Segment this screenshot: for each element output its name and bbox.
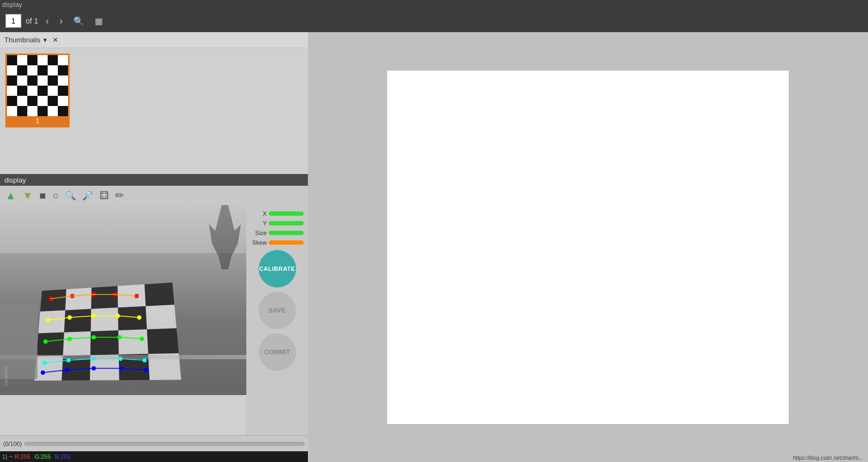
calibration-panel: X Y Size Skew CAL [246, 205, 308, 435]
thumbnail-item[interactable]: 1 [5, 54, 70, 127]
page-number-input[interactable] [5, 14, 21, 28]
camera-window-area [0, 205, 246, 253]
display-title-text: display [4, 176, 26, 184]
grid-button[interactable]: ▦ [92, 15, 106, 27]
right-panel [308, 32, 868, 462]
calibration-bars: X Y Size Skew [251, 210, 304, 246]
search-button[interactable]: 🔍 [70, 15, 87, 27]
r-label: R: [14, 453, 20, 460]
thumbnails-bar: Thumbnails ▾ ✕ [0, 32, 308, 48]
calibrate-button[interactable]: CALIBRATE [259, 250, 296, 287]
y-label: Y [251, 220, 267, 226]
save-button[interactable]: SAVE [259, 292, 296, 329]
left-panel: Thumbnails ▾ ✕ 1 display ▲ ▼ ■ ○ 🔍 🔎 ⚃ ✏ [0, 32, 308, 462]
x-bar [269, 211, 304, 216]
rgb-status: 1) ~ R: 255 G: 255 B: 255 [0, 451, 308, 462]
checkerboard-display [387, 71, 789, 424]
url-bar: https://blog.csdn.net/zhanhl... [793, 455, 863, 461]
thumbnail-chess-preview [7, 55, 68, 116]
skew-bar-row: Skew [251, 239, 304, 246]
thumbnail-container: 1 [0, 48, 308, 174]
size-bar [269, 231, 304, 235]
thumbnails-chevron[interactable]: ▾ [43, 36, 47, 44]
progress-text: (0/100) [3, 441, 22, 447]
page-of-label: of 1 [26, 17, 38, 25]
progress-bar[interactable] [24, 442, 305, 446]
rgb-prefix: 1) ~ [2, 453, 12, 460]
camera-view-container: CALIBRATE X Y Size [0, 205, 308, 435]
camera-chess-grid [34, 283, 181, 381]
skew-bar [269, 240, 304, 245]
x-bar-row: X [251, 210, 304, 217]
link-button[interactable]: ⚃ [97, 188, 111, 203]
r-value: 255 [20, 453, 30, 460]
size-bar-row: Size [251, 230, 304, 236]
inner-toolbar: ▲ ▼ ■ ○ 🔍 🔎 ⚃ ✏ [0, 186, 308, 205]
g-value: 255 [41, 453, 50, 460]
pencil-button[interactable]: ✏ [113, 188, 126, 203]
commit-button[interactable]: COMMIT [259, 334, 296, 371]
up-arrow-button[interactable]: ▲ [3, 188, 18, 203]
box-calibrate-label: CALIBRATE [4, 359, 8, 386]
rect-button[interactable]: ■ [37, 188, 48, 203]
camera-view: CALIBRATE [0, 205, 246, 395]
status-bar: (0/100) [0, 435, 308, 451]
top-toolbar: display of 1 ‹ › 🔍 ▦ [0, 0, 868, 32]
thumbnail-label: 1 [7, 116, 68, 126]
bubble-button[interactable]: ○ [50, 188, 61, 203]
down-arrow-button[interactable]: ▼ [20, 188, 35, 203]
b-label: B: [55, 453, 61, 460]
zoom-in-button[interactable]: 🔍 [63, 190, 78, 202]
skew-label: Skew [251, 239, 267, 246]
size-label: Size [251, 230, 267, 236]
display-title-bar: display [0, 174, 308, 186]
y-bar [269, 221, 304, 225]
thumbnails-close[interactable]: ✕ [52, 36, 58, 44]
b-value: 255 [61, 453, 70, 460]
next-page-button[interactable]: › [56, 14, 66, 28]
x-label: X [251, 210, 267, 217]
camera-chessboard [35, 283, 174, 379]
prev-page-button[interactable]: ‹ [42, 14, 52, 28]
g-label: G: [35, 453, 41, 460]
zoom-out-button[interactable]: 🔎 [80, 190, 95, 202]
main-area: Thumbnails ▾ ✕ 1 display ▲ ▼ ■ ○ 🔍 🔎 ⚃ ✏ [0, 32, 868, 462]
thumbnails-label: Thumbnails [4, 36, 40, 44]
window-title-top: display [2, 1, 22, 9]
y-bar-row: Y [251, 220, 304, 226]
url-text: https://blog.csdn.net/zhanhl... [793, 455, 863, 461]
